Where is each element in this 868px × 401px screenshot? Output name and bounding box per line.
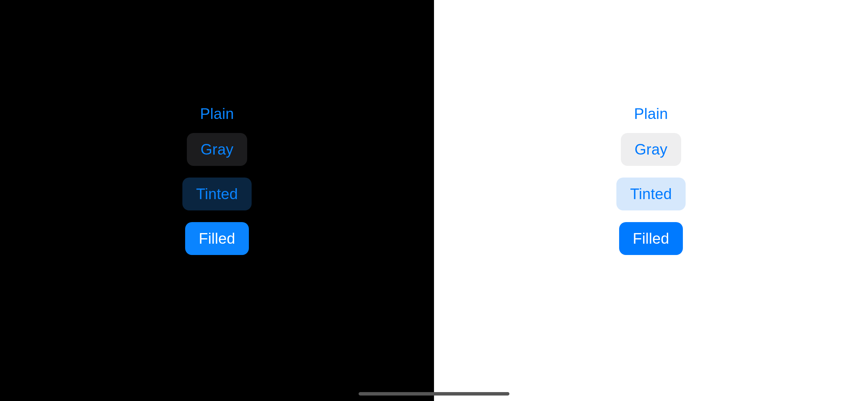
home-indicator[interactable] [359,392,509,396]
gray-button[interactable]: Gray [187,133,247,166]
plain-button[interactable]: Plain [200,106,234,121]
dark-button-stack: Plain Gray Tinted Filled [182,106,252,255]
tinted-button[interactable]: Tinted [182,178,252,210]
tinted-button[interactable]: Tinted [616,178,686,210]
plain-button[interactable]: Plain [634,106,668,121]
light-mode-panel: Plain Gray Tinted Filled [434,0,868,401]
filled-button[interactable]: Filled [619,222,683,255]
gray-button[interactable]: Gray [621,133,681,166]
light-button-stack: Plain Gray Tinted Filled [616,106,686,255]
filled-button[interactable]: Filled [185,222,249,255]
dark-mode-panel: Plain Gray Tinted Filled [0,0,434,401]
